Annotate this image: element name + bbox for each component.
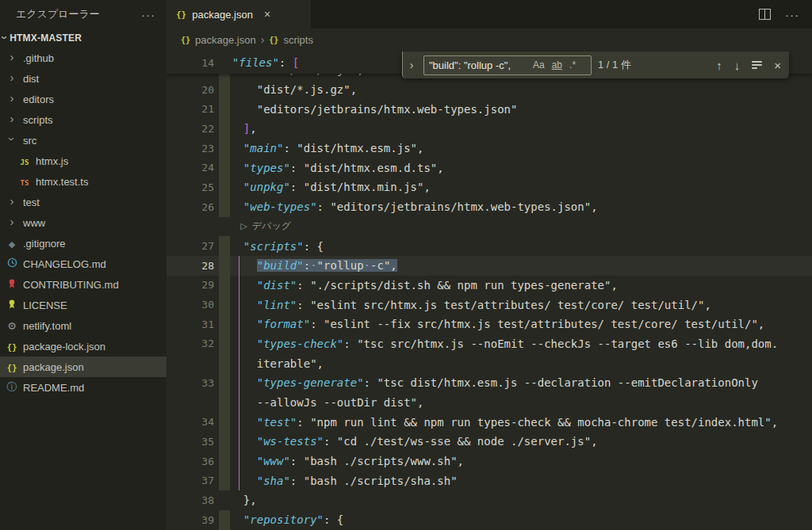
tree-item-.github[interactable]: ›.github [0, 48, 167, 68]
code-line-28[interactable]: 28"build":·"rollup·-c", [167, 256, 812, 276]
code-content[interactable]: "ws-tests": "cd ./test/ws-sse && node ./… [230, 432, 812, 452]
tree-item-label: package.json [23, 361, 84, 373]
tree-item-changelog.md[interactable]: CHANGELOG.md [0, 254, 167, 274]
code-content[interactable]: "editors/jetbrains/htmx.web-types.json" [230, 99, 812, 119]
code-content[interactable]: "repository": { [230, 510, 812, 530]
code-content[interactable]: "test": "npm run lint && npm run types-c… [230, 412, 812, 432]
line-number: 32 [167, 337, 214, 349]
find-input[interactable] [429, 59, 526, 71]
line-number: 33 [167, 377, 214, 389]
code-content[interactable]: "dist/*.js.gz", [230, 80, 812, 100]
json-key: "ws-tests" [257, 435, 324, 448]
code-content[interactable]: --allowJs --outDir dist", [230, 393, 812, 413]
regex-icon[interactable]: .* [569, 59, 576, 71]
tree-item-label: htmx.js [36, 155, 68, 167]
code-content[interactable]: "unpkg": "dist/htmx.min.js", [230, 177, 812, 197]
debug-play-icon[interactable]: ▷ [240, 221, 247, 231]
code-content[interactable]: ▷デバッグ [230, 217, 812, 237]
json-key: "format" [257, 318, 310, 330]
file-icon: › [5, 196, 19, 208]
tab-close-icon[interactable]: × [264, 8, 270, 21]
code-content[interactable]: }, [230, 490, 812, 510]
code-line-25[interactable]: 25"unpkg": "dist/htmx.min.js", [167, 177, 812, 197]
code-content[interactable]: "sha": "bash ./scripts/sha.sh" [230, 471, 812, 490]
code-line-24[interactable]: 24"types": "dist/htmx.esm.d.ts", [167, 158, 812, 177]
split-editor-icon[interactable] [759, 9, 771, 20]
code-line-31[interactable]: 31"format": "eslint --fix src/htmx.js te… [167, 315, 812, 334]
file-icon [5, 257, 19, 270]
code-content[interactable]: "lint": "eslint src/htmx.js test/attribu… [230, 295, 812, 315]
code-content[interactable]: "dist": "./scripts/dist.sh && npm run ty… [230, 276, 812, 296]
toggle-replace-chevron-icon[interactable]: › [406, 59, 417, 71]
breadcrumb-file[interactable]: package.json [195, 34, 256, 46]
code-content[interactable]: ], [230, 119, 812, 139]
code-editor[interactable]: 19"dist/ext/*.js",20"dist/*.js.gz",21"ed… [167, 51, 812, 530]
code-line-30[interactable]: 30"lint": "eslint src/htmx.js test/attri… [167, 295, 812, 315]
tree-item-.gitignore[interactable]: ◆.gitignore [0, 233, 167, 254]
code-line-32[interactable]: 32"types-check": "tsc src/htmx.js --noEm… [167, 334, 812, 354]
code-line-22[interactable]: 22], [167, 119, 812, 139]
json-key: "test" [257, 416, 297, 429]
tree-item-readme.md[interactable]: ⓘREADME.md [0, 377, 167, 398]
tree-item-label: .gitignore [23, 238, 65, 250]
code-line-14[interactable]: 14"files": [ [167, 52, 299, 72]
tree-item-package-lock.json[interactable]: {}package-lock.json [0, 336, 167, 357]
code-line-29[interactable]: 29"dist": "./scripts/dist.sh && npm run … [167, 276, 812, 296]
tree-item-src[interactable]: ›src [0, 130, 167, 151]
find-in-selection-icon[interactable] [752, 59, 762, 71]
codelens-row[interactable]: ▷デバッグ [167, 217, 812, 237]
tree-item-test[interactable]: ›test [0, 192, 167, 212]
match-case-icon[interactable]: Aa [533, 59, 545, 71]
code-line-39[interactable]: 39"repository": { [167, 510, 812, 530]
code-content[interactable]: "types-generate": "tsc dist/htmx.esm.js … [230, 373, 812, 393]
tree-item-dist[interactable]: ›dist [0, 68, 167, 89]
code-line-27[interactable]: 27"scripts": { [167, 236, 812, 256]
tree-item-package.json[interactable]: {}package.json [0, 357, 167, 377]
code-line-23[interactable]: 23"main": "dist/htmx.esm.js", [167, 139, 812, 158]
explorer-more-button[interactable]: ··· [141, 8, 155, 21]
code-line-34[interactable]: 34"test": "npm run lint && npm run types… [167, 412, 812, 432]
tree-item-scripts[interactable]: ›scripts [0, 109, 167, 130]
tree-item-htmx.js[interactable]: JShtmx.js [0, 151, 167, 171]
tree-item-htmx.test.ts[interactable]: TShtmx.test.ts [0, 171, 167, 192]
whole-word-icon[interactable]: ab [552, 59, 562, 71]
code-content[interactable]: "scripts": { [230, 236, 812, 256]
codelens-debug-label[interactable]: デバッグ [252, 219, 291, 233]
find-next-icon[interactable]: ↓ [734, 59, 741, 72]
tree-item-label: CONTRIBUTING.md [23, 279, 119, 291]
tree-item-editors[interactable]: ›editors [0, 89, 167, 109]
code-content[interactable]: "files": [ [219, 52, 299, 72]
code-content[interactable]: "www": "bash ./scripts/www.sh", [230, 452, 812, 471]
code-line-wrap[interactable]: iterable", [167, 353, 812, 373]
code-line-36[interactable]: 36"www": "bash ./scripts/www.sh", [167, 452, 812, 471]
tab-package-json[interactable]: {} package.json × [167, 0, 311, 29]
code-content[interactable]: "types": "dist/htmx.esm.d.ts", [230, 158, 812, 177]
code-line-21[interactable]: 21"editors/jetbrains/htmx.web-types.json… [167, 99, 812, 119]
breadcrumb-symbol[interactable]: scripts [283, 34, 313, 46]
editor-more-actions-icon[interactable]: ··· [785, 8, 799, 21]
code-content[interactable]: "main": "dist/htmx.esm.js", [230, 139, 812, 158]
code-content[interactable]: "types-check": "tsc src/htmx.js --noEmit… [230, 334, 812, 354]
tree-item-contributing.md[interactable]: CONTRIBUTING.md [0, 274, 167, 295]
tree-item-www[interactable]: ›www [0, 212, 167, 233]
json-key: "types-check" [257, 337, 344, 350]
code-content[interactable]: "format": "eslint --fix src/htmx.js test… [230, 315, 812, 334]
explorer-sidebar: エクスプローラー ··· › HTMX-MASTER ›.github›dist… [0, 0, 167, 530]
code-line-26[interactable]: 26"web-types": "editors/jetbrains/htmx.w… [167, 197, 812, 217]
code-lines: 19"dist/ext/*.js",20"dist/*.js.gz",21"ed… [167, 51, 812, 530]
code-line-38[interactable]: 38}, [167, 490, 812, 510]
find-close-icon[interactable]: × [774, 59, 781, 72]
code-line-35[interactable]: 35"ws-tests": "cd ./test/ws-sse && node … [167, 432, 812, 452]
code-line-37[interactable]: 37"sha": "bash ./scripts/sha.sh" [167, 471, 812, 490]
code-line-33[interactable]: 33"types-generate": "tsc dist/htmx.esm.j… [167, 373, 812, 393]
json-key: "repository" [243, 513, 324, 526]
code-content[interactable]: "web-types": "editors/jetbrains/htmx.web… [230, 197, 812, 217]
code-line-20[interactable]: 20"dist/*.js.gz", [167, 80, 812, 100]
code-content[interactable]: iterable", [230, 353, 812, 373]
workspace-section-header[interactable]: › HTMX-MASTER [0, 29, 167, 48]
find-previous-icon[interactable]: ↑ [716, 59, 722, 72]
tree-item-license[interactable]: LICENSE [0, 295, 167, 315]
code-content[interactable]: "build":·"rollup·-c", [230, 256, 812, 276]
code-line-wrap[interactable]: --allowJs --outDir dist", [167, 393, 812, 413]
tree-item-netlify.toml[interactable]: ⚙netlify.toml [0, 315, 167, 336]
